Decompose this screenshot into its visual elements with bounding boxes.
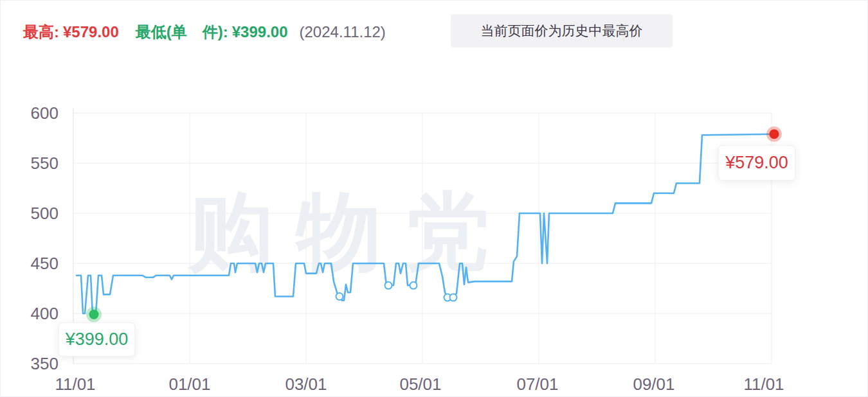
min-price-tooltip: ¥399.00 — [59, 322, 135, 357]
max-point-dot — [770, 129, 779, 139]
point-marker — [336, 293, 343, 300]
y-tick-label: 400 — [31, 304, 59, 323]
x-tick-label: 05/01 — [399, 375, 441, 394]
x-tick-label: 11/01 — [55, 375, 95, 394]
y-tick-label: 350 — [31, 354, 59, 373]
x-tick-label: 01/01 — [168, 375, 210, 394]
max-price-tooltip: ¥579.00 — [718, 145, 795, 181]
y-tick-label: 600 — [31, 103, 59, 123]
point-marker — [410, 282, 417, 289]
x-tick-label: 11/01 — [743, 375, 784, 394]
price-history-widget: 最高:¥579.00最低(单 件):¥399.00(2024.11.12) 当前… — [0, 0, 868, 397]
point-marker — [385, 282, 392, 289]
point-marker — [450, 294, 457, 301]
min-point-dot — [89, 310, 99, 319]
y-tick-label: 450 — [31, 254, 59, 273]
y-tick-label: 500 — [31, 204, 59, 223]
y-tick-label: 550 — [31, 154, 59, 173]
x-tick-label: 09/01 — [633, 375, 674, 394]
x-tick-label: 07/01 — [516, 375, 558, 394]
price-line — [77, 134, 774, 315]
x-tick-label: 03/01 — [285, 375, 327, 394]
